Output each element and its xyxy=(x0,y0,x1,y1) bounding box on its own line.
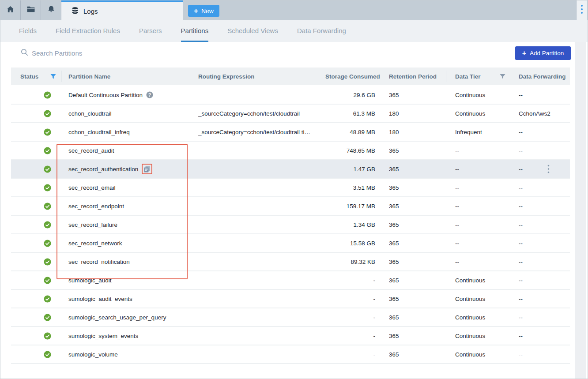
table-row[interactable]: cchon_cloudtrail_infreq_sourceCategory=c… xyxy=(11,123,570,142)
table-row[interactable]: sec_record_authentication1.47 GB365---- xyxy=(11,160,570,179)
data-tier-cell: Continuous xyxy=(446,296,511,302)
table-row[interactable]: sec_record_failure1.34 GB365---- xyxy=(11,216,570,234)
partition-name-cell[interactable]: sec_record_endpoint xyxy=(61,203,190,210)
status-cell xyxy=(11,165,61,173)
add-partition-button[interactable]: + Add Partition xyxy=(515,46,571,60)
storage-consumed-cell: 1.47 GB xyxy=(322,166,383,173)
partition-name-cell[interactable]: sumologic_system_events xyxy=(61,333,190,339)
status-cell xyxy=(11,240,61,247)
plus-icon: + xyxy=(522,50,526,57)
table-row[interactable]: sec_record_email3.51 MB365---- xyxy=(11,179,570,197)
status-ok-icon xyxy=(44,128,51,136)
tab-logs[interactable]: Logs xyxy=(61,0,183,20)
data-tier-cell: -- xyxy=(446,184,511,191)
column-header-data-tier: Data Tier xyxy=(446,68,511,85)
search-input[interactable] xyxy=(32,49,164,57)
window-overflow-menu[interactable] xyxy=(576,0,587,20)
status-ok-icon xyxy=(44,184,51,191)
storage-consumed-cell: - xyxy=(322,277,383,284)
data-tier-cell: -- xyxy=(446,221,511,228)
partition-name: sumologic_volume xyxy=(68,351,118,358)
table-row[interactable]: sec_record_notification89.32 KB365---- xyxy=(11,253,570,271)
table-row[interactable]: sumologic_system_events-365Continuous-- xyxy=(11,327,570,345)
filter-funnel-icon[interactable] xyxy=(50,73,57,80)
partition-name-cell[interactable]: sumologic_audit_events xyxy=(61,296,190,302)
status-cell xyxy=(11,147,61,154)
retention-period-cell: 365 xyxy=(383,184,446,191)
svg-text:?: ? xyxy=(148,92,151,98)
partition-name-cell[interactable]: cchon_cloudtrail xyxy=(61,110,190,117)
partition-name-cell[interactable]: sec_record_failure xyxy=(61,221,190,228)
table-row[interactable]: sumologic_search_usage_per_query-365Cont… xyxy=(11,308,570,327)
partition-name-cell[interactable]: Default Continuous Partition? xyxy=(61,91,190,98)
tab-partitions[interactable]: Partitions xyxy=(181,20,209,42)
status-ok-icon xyxy=(44,165,51,173)
tab-fields[interactable]: Fields xyxy=(19,20,37,42)
tab-field-extraction-rules[interactable]: Field Extraction Rules xyxy=(56,20,120,42)
status-ok-icon xyxy=(44,110,51,117)
retention-period-cell: 365 xyxy=(383,203,446,210)
partition-name-cell[interactable]: sec_record_email xyxy=(61,184,190,191)
partition-name: sumologic_search_usage_per_query xyxy=(68,314,166,321)
column-label: Storage Consumed xyxy=(325,73,380,80)
new-button[interactable]: + New xyxy=(188,5,219,17)
partition-name: cchon_cloudtrail xyxy=(68,110,112,117)
database-icon xyxy=(71,7,79,16)
partition-name-cell[interactable]: sumologic_volume xyxy=(61,351,190,358)
table-row[interactable]: sumologic_audit_events-365Continuous-- xyxy=(11,290,570,308)
partition-name-cell[interactable]: sumologic_audit xyxy=(61,277,190,284)
filter-funnel-icon[interactable] xyxy=(499,73,506,80)
partition-name: sec_record_email xyxy=(68,184,116,191)
data-tier-cell: Continuous xyxy=(446,277,511,284)
partition-name-cell[interactable]: sec_record_audit xyxy=(61,147,190,154)
library-nav-button[interactable] xyxy=(21,0,41,20)
status-cell xyxy=(11,277,61,284)
status-ok-icon xyxy=(44,332,51,340)
retention-period-cell: 365 xyxy=(383,259,446,265)
partition-name-cell[interactable]: sec_record_notification xyxy=(61,259,190,265)
storage-consumed-cell: - xyxy=(322,351,383,358)
partition-name-cell[interactable]: sec_record_authentication xyxy=(61,164,190,174)
table-header: StatusPartition NameRouting ExpressionSt… xyxy=(11,68,570,85)
table-row[interactable]: sec_record_audit748.65 MB365---- xyxy=(11,142,570,160)
help-icon[interactable]: ? xyxy=(146,91,153,98)
copy-icon[interactable] xyxy=(142,164,152,174)
tab-data-forwarding[interactable]: Data Forwarding xyxy=(297,20,346,42)
partition-name: sumologic_system_events xyxy=(68,333,138,339)
partition-name: sec_record_endpoint xyxy=(68,203,124,210)
status-cell xyxy=(11,221,61,229)
data-forwarding-cell: -- xyxy=(511,277,570,284)
partition-name-cell[interactable]: sec_record_network xyxy=(61,240,190,247)
folder-icon xyxy=(26,5,35,15)
table-row[interactable]: Default Continuous Partition?29.6 GB365C… xyxy=(11,86,570,105)
table-row[interactable]: sec_record_network15.58 GB365---- xyxy=(11,234,570,253)
status-ok-icon xyxy=(44,277,51,284)
new-button-label: New xyxy=(201,8,214,15)
table-row[interactable]: cchon_cloudtrail_sourceCategory=cchon/te… xyxy=(11,105,570,123)
partition-name: sumologic_audit xyxy=(68,277,112,284)
storage-consumed-cell: - xyxy=(322,314,383,321)
column-header-partition-name: Partition Name xyxy=(61,68,190,85)
table-body: Default Continuous Partition?29.6 GB365C… xyxy=(11,86,570,364)
routing-expression-cell: _sourceCategory=cchon/test/cloudtrail ti… xyxy=(190,129,322,135)
retention-period-cell: 365 xyxy=(383,221,446,228)
retention-period-cell: 365 xyxy=(383,92,446,98)
partition-name-cell[interactable]: sumologic_search_usage_per_query xyxy=(61,314,190,321)
column-label: Data Forwarding xyxy=(519,73,566,80)
status-ok-icon xyxy=(44,240,51,247)
status-ok-icon xyxy=(44,314,51,321)
column-label: Retention Period xyxy=(389,73,437,80)
row-menu-kebab-icon[interactable] xyxy=(544,160,552,178)
table-row[interactable]: sumologic_audit-365Continuous-- xyxy=(11,271,570,290)
scrollbar-track[interactable] xyxy=(575,42,586,379)
data-forwarding-cell: -- xyxy=(511,240,570,247)
home-nav-button[interactable] xyxy=(0,0,21,20)
tab-scheduled-views[interactable]: Scheduled Views xyxy=(227,20,278,42)
table-row[interactable]: sumologic_volume-365Continuous-- xyxy=(11,345,570,364)
alerts-nav-button[interactable] xyxy=(41,0,61,20)
partition-name-cell[interactable]: cchon_cloudtrail_infreq xyxy=(61,129,190,135)
status-cell xyxy=(11,314,61,321)
table-row[interactable]: sec_record_endpoint159.17 MB365---- xyxy=(11,197,570,216)
tab-parsers[interactable]: Parsers xyxy=(139,20,162,42)
storage-consumed-cell: 1.34 GB xyxy=(322,221,383,228)
